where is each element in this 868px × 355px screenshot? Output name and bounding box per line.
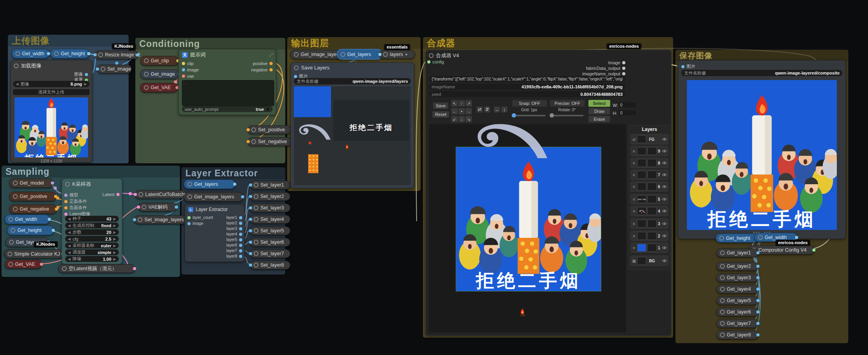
combo-right-icon[interactable]: ▶ xyxy=(113,257,116,261)
height-input[interactable]: 0 xyxy=(618,110,636,116)
conditioning-output-port[interactable] xyxy=(54,195,57,198)
input-port[interactable] xyxy=(134,193,137,196)
visibility-eye-icon[interactable] xyxy=(662,138,667,141)
image-output-port[interactable] xyxy=(622,61,625,64)
combo-left-icon[interactable]: ◀ xyxy=(68,257,71,261)
vae-output-port[interactable] xyxy=(40,263,43,266)
collapse-dot-icon[interactable] xyxy=(8,217,13,222)
collapse-dot-icon[interactable] xyxy=(254,206,258,210)
input-port[interactable] xyxy=(249,229,252,232)
image-input-port[interactable] xyxy=(182,68,185,71)
combo-right-icon[interactable]: ▶ xyxy=(84,82,87,86)
collapse-dot-icon[interactable] xyxy=(340,52,345,57)
input-port[interactable] xyxy=(249,241,252,244)
node-get-clip[interactable]: Get_clip xyxy=(140,56,178,65)
snap-toggle-button[interactable]: Snap: OFF xyxy=(512,100,547,107)
node-get-layer5[interactable]: Get_layer5 xyxy=(716,296,758,305)
node-set-negative[interactable]: Set_negative xyxy=(248,137,293,146)
node-get-layer3[interactable]: Get_layer3 xyxy=(716,273,758,282)
visibility-eye-icon[interactable] xyxy=(662,185,667,188)
drag-handle-icon[interactable]: ≡ xyxy=(632,161,636,165)
collapse-dot-icon[interactable] xyxy=(144,58,149,63)
layer4-output-port[interactable] xyxy=(239,233,242,236)
collapse-dot-icon[interactable] xyxy=(8,262,13,267)
stretch-vertical-button[interactable]: ↕ xyxy=(501,106,508,113)
node-get-layer4[interactable]: Get_layer4 xyxy=(716,285,758,293)
widget-scheduler[interactable]: ◀ 调度器 simple ▶ xyxy=(65,249,119,255)
layer-row-9[interactable]: ≡ 9 xyxy=(630,146,668,156)
output-port[interactable] xyxy=(87,52,90,55)
visibility-eye-icon[interactable] xyxy=(662,173,667,176)
node-vae-decode[interactable]: VAE解码 xyxy=(138,203,177,211)
collapse-dot-icon[interactable] xyxy=(62,266,67,271)
combo-left-icon[interactable]: ◀ xyxy=(68,217,71,221)
nudge-up-icon[interactable]: ↑ xyxy=(458,100,465,107)
input-port[interactable] xyxy=(96,67,99,71)
compositor-canvas[interactable] xyxy=(429,124,626,333)
node-resize-image-v2[interactable]: Resize Image v2 xyxy=(95,50,138,59)
output-port[interactable] xyxy=(136,53,139,56)
model-input-port[interactable] xyxy=(64,194,67,197)
input-port[interactable] xyxy=(249,252,252,255)
node-layer-extractor[interactable]: L Layer Extractor layer_count image laye… xyxy=(185,204,245,262)
node-get-negative[interactable]: Get_negative xyxy=(9,204,57,214)
stretch-horizontal-button[interactable]: ↔ xyxy=(494,106,500,113)
node-set-layer5[interactable]: Set_layer5 xyxy=(250,226,290,235)
layer3-output-port[interactable] xyxy=(239,227,242,230)
canvas-poster-layer[interactable] xyxy=(456,147,601,291)
collapse-dot-icon[interactable] xyxy=(720,250,725,255)
collapse-dot-icon[interactable] xyxy=(144,72,149,77)
collapse-dot-icon[interactable] xyxy=(54,51,59,56)
node-get-height-sampling[interactable]: Get_height xyxy=(7,226,54,235)
node-get-layer7[interactable]: Get_layer7 xyxy=(716,319,758,328)
select-mode-button[interactable]: Select xyxy=(588,100,610,107)
clip-input-port[interactable] xyxy=(182,62,185,65)
output-port[interactable] xyxy=(48,218,51,221)
collapse-dot-icon[interactable] xyxy=(13,207,18,211)
node-set-layer7[interactable]: Set_layer7 xyxy=(250,249,290,258)
visibility-eye-icon[interactable] xyxy=(662,246,667,249)
node-layers[interactable]: layers ➤ xyxy=(380,50,415,59)
combo-left-icon[interactable]: ◀ xyxy=(68,244,71,248)
layer-row-4[interactable]: ≡ 4 xyxy=(630,206,668,216)
output-port[interactable] xyxy=(233,183,236,186)
collapse-dot-icon[interactable] xyxy=(254,240,258,245)
collapse-dot-icon[interactable] xyxy=(720,310,725,314)
drag-handle-icon[interactable]: ≡ xyxy=(632,173,636,177)
node-get-height-config[interactable]: Get_height xyxy=(716,234,759,243)
input-port[interactable] xyxy=(249,183,252,187)
node-get-image-layers-out[interactable]: Get_image_layers xyxy=(290,50,344,59)
layer2-output-port[interactable] xyxy=(239,222,242,225)
toggle-icon[interactable] xyxy=(266,107,270,111)
filename-prefix-widget[interactable]: 文件名前缀 qwen-image-layered/layers xyxy=(294,78,411,84)
widget-sampler-name[interactable]: ◀ 采样器名称 euler ▶ xyxy=(65,243,119,248)
input-port[interactable] xyxy=(247,128,250,131)
collapse-dot-icon[interactable] xyxy=(254,251,258,256)
draw-mode-button[interactable]: Draw xyxy=(588,108,610,115)
seed-widget[interactable]: seed 0.8047346488804783 xyxy=(429,91,625,97)
combo-left-icon[interactable]: ◀ xyxy=(68,237,71,241)
widget-control-after-generate[interactable]: ◀ 生成后控制 fixed ▶ xyxy=(65,222,119,228)
output-port[interactable] xyxy=(756,288,760,291)
expand-icon[interactable]: ⤢ xyxy=(269,52,273,58)
layer-row-bg[interactable]: ▦ BG xyxy=(630,256,668,266)
node-get-layers-out[interactable]: Get_layers xyxy=(337,49,382,60)
output-port[interactable] xyxy=(795,236,798,239)
node-get-vae-sampling[interactable]: Get_VAE xyxy=(5,260,42,269)
output-port[interactable] xyxy=(756,333,760,336)
output-port[interactable] xyxy=(756,322,760,325)
node-get-width-upload[interactable]: Get_width xyxy=(12,49,49,58)
node-get-width-sampling[interactable]: Get_width xyxy=(5,215,50,224)
canvas-campfire-layer[interactable] xyxy=(519,308,526,317)
node-set-layer3[interactable]: Set_layer3 xyxy=(250,204,290,212)
collapse-dot-icon[interactable] xyxy=(254,194,258,199)
collapse-dot-icon[interactable] xyxy=(720,287,725,291)
combo-right-icon[interactable]: ▶ xyxy=(113,244,116,248)
combo-right-icon[interactable]: ▶ xyxy=(113,237,116,241)
node-get-model[interactable]: Get_model xyxy=(9,178,53,188)
image-input-port[interactable] xyxy=(187,222,191,225)
drag-handle-icon[interactable]: ≡ xyxy=(632,185,636,189)
collapse-dot-icon[interactable] xyxy=(187,182,192,187)
combo-right-icon[interactable]: ▶ xyxy=(113,224,116,228)
collapse-dot-icon[interactable] xyxy=(429,53,434,58)
